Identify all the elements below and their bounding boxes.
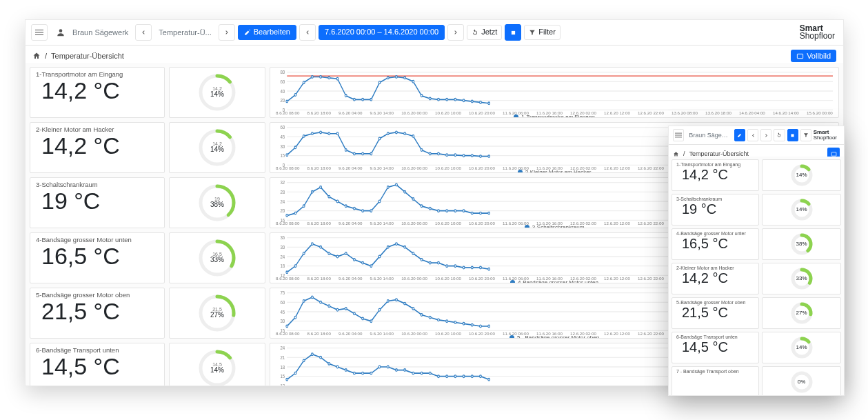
user-name[interactable]: Braun Sägewerk	[68, 27, 132, 38]
svg-point-108	[412, 198, 414, 201]
temperature-card[interactable]: 7 - Bandsäge Transport oben	[672, 366, 759, 395]
gauge-card[interactable]: 38%	[762, 228, 841, 260]
temperature-card[interactable]: 6-Bandsäge Transport unten 14,5 °C	[30, 343, 165, 386]
temperature-card[interactable]: 6-Bandsäge Transport unten 14,5 °C	[672, 332, 759, 363]
temperature-card[interactable]: 1-Transportmotor am Eingang 14,2 °C	[30, 67, 165, 118]
svg-point-190	[480, 325, 482, 328]
svg-point-220	[421, 372, 423, 374]
gauge-card[interactable]: 14,214%	[169, 67, 265, 118]
svg-point-210	[336, 366, 339, 368]
temperature-value: 14,2 °C	[676, 167, 754, 182]
sensor-row: 7 - Bandsäge Transport oben 0%	[672, 366, 841, 395]
range-prev[interactable]	[747, 129, 758, 141]
range-next[interactable]	[447, 24, 464, 41]
temperature-card[interactable]: 4-Bandsäge grosser Motor unten 16,5 °C	[30, 232, 165, 283]
svg-point-70	[404, 132, 406, 135]
svg-point-130	[286, 271, 288, 274]
now-button[interactable]: Jetzt	[467, 25, 502, 39]
gauge-card[interactable]: 1938%	[169, 177, 265, 228]
svg-point-212	[353, 372, 355, 374]
svg-text:21: 21	[280, 354, 285, 360]
menu-button[interactable]	[31, 24, 48, 41]
mobile-toolbar: Braun Sägewerk Smart Shopfloor	[669, 126, 844, 145]
svg-point-107	[404, 190, 406, 193]
svg-point-100	[345, 205, 347, 208]
gauge-card[interactable]: 14%	[762, 159, 841, 191]
temperature-card[interactable]: 2-Kleiner Motor am Hacker 14,2 °C	[30, 122, 165, 173]
svg-rect-0	[35, 30, 43, 30]
gauge-card[interactable]: 0%	[762, 366, 841, 395]
stop-button[interactable]	[787, 129, 798, 141]
svg-rect-1	[35, 32, 43, 33]
crumb-next[interactable]	[219, 24, 235, 41]
menu-button[interactable]	[673, 129, 684, 141]
legend-dot-icon	[510, 280, 515, 283]
svg-point-58	[303, 135, 305, 138]
svg-point-225	[463, 375, 465, 378]
svg-point-23	[320, 76, 322, 79]
filter-button[interactable]	[800, 129, 811, 141]
svg-rect-2	[35, 34, 43, 35]
svg-point-93	[286, 214, 288, 217]
svg-point-104	[379, 200, 381, 203]
range-prev[interactable]	[299, 24, 316, 41]
svg-point-60	[320, 131, 322, 134]
svg-point-21	[303, 81, 305, 84]
gauge-card[interactable]: 27%	[762, 297, 841, 329]
temperature-value: 14,5 °C	[676, 339, 754, 354]
date-range[interactable]: 7.6.2020 00:00 – 14.6.2020 00:00	[319, 25, 445, 39]
gauge-card[interactable]: 14,214%	[169, 122, 265, 173]
sensor-name: 2-Kleiner Motor am Hacker	[676, 266, 754, 270]
gauge-card[interactable]: 16,533%	[169, 232, 265, 283]
crumb-prev[interactable]	[135, 24, 152, 41]
edit-button[interactable]	[734, 129, 745, 141]
legend-dot-icon	[525, 225, 529, 228]
svg-point-133	[311, 243, 313, 246]
temperature-card[interactable]: 5-Bandsäge grosser Motor oben 21,5 °C	[30, 288, 165, 339]
svg-point-62	[336, 132, 339, 135]
crumb-current[interactable]: Temperatur-Ü...	[154, 27, 215, 38]
svg-point-169	[303, 300, 305, 303]
svg-point-171	[320, 301, 322, 303]
svg-point-63	[345, 149, 347, 152]
edit-button[interactable]: Bearbeiten	[238, 25, 296, 39]
temperature-card[interactable]: 3-Schaltschrankraum 19 °C	[672, 194, 759, 226]
temperature-card[interactable]: 1-Transportmotor am Eingang 14,2 °C	[672, 159, 759, 191]
breadcrumb-page[interactable]: Temperatur-Übersicht	[51, 52, 124, 60]
svg-text:30: 30	[280, 319, 285, 324]
svg-point-181	[404, 302, 406, 305]
svg-point-167	[286, 325, 288, 328]
svg-text:32: 32	[280, 181, 285, 185]
gauge-card[interactable]: 21,527%	[169, 288, 265, 339]
user-name[interactable]: Braun Sägewerk	[686, 131, 732, 139]
sensor-name: 3-Schaltschrankraum	[676, 197, 754, 201]
svg-point-99	[336, 200, 339, 203]
temperature-card[interactable]: 5-Bandsäge grosser Motor oben 21,5 °C	[672, 297, 759, 329]
gauge-card[interactable]: 14%	[762, 332, 841, 363]
temperature-card[interactable]: 2-Kleiner Motor am Hacker 14,2 °C	[672, 263, 759, 294]
now-button[interactable]	[774, 129, 785, 141]
filter-button[interactable]: Filter	[524, 25, 560, 39]
gauge-card[interactable]: 14%	[762, 194, 841, 226]
svg-point-179	[387, 300, 389, 303]
temperature-card[interactable]: 3-Schaltschrankraum 19 °C	[30, 177, 165, 228]
sensor-row: 5-Bandsäge grosser Motor oben 21,5 °C 27…	[672, 297, 841, 329]
range-next[interactable]	[760, 129, 771, 141]
svg-point-131	[294, 265, 296, 268]
home-icon[interactable]	[32, 52, 41, 60]
toolbar: Braun Sägewerk Temperatur-Ü... Bearbeite…	[26, 20, 843, 46]
svg-text:24: 24	[280, 199, 285, 204]
temperature-value: 14,2 °C	[36, 133, 159, 159]
chart-card[interactable]: 020406080 8.6.20 08:008.6.20 18:009.6.20…	[270, 67, 839, 118]
temperature-card[interactable]: 4-Bandsäge grosser Motor unter 16,5 °C	[672, 228, 759, 260]
gauge-card[interactable]: 33%	[762, 263, 841, 294]
sensor-row: 1-Transportmotor am Eingang 14,2 °C 14,2…	[30, 67, 839, 118]
fullscreen-button[interactable]: Vollbild	[791, 50, 836, 62]
stop-button[interactable]	[505, 24, 521, 41]
temperature-value: 16,5 °C	[676, 236, 754, 251]
svg-point-226	[471, 375, 473, 378]
sensor-name: 1-Transportmotor am Eingang	[676, 162, 754, 167]
svg-point-168	[294, 316, 296, 319]
gauge-card[interactable]: 14,514%	[169, 343, 265, 386]
svg-text:20: 20	[280, 98, 285, 103]
